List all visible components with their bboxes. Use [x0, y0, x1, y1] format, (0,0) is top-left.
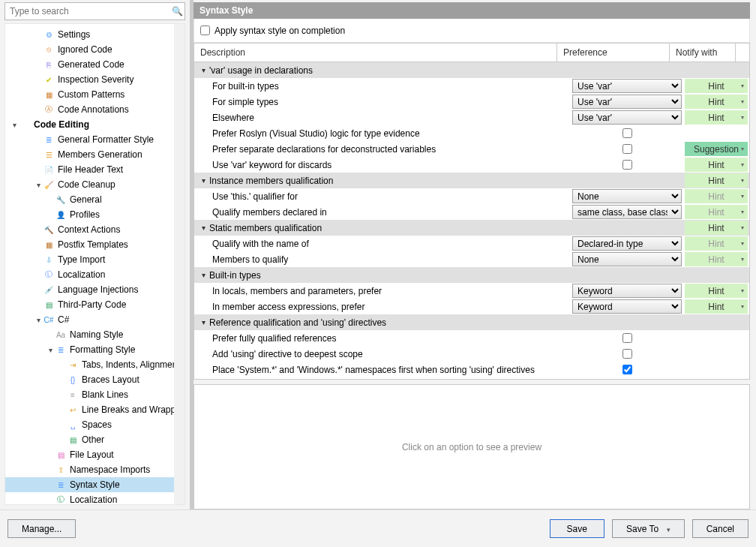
preference-checkbox[interactable]: [622, 333, 632, 343]
tree-item[interactable]: ⚙Settings: [5, 27, 184, 42]
tree-item[interactable]: 📄File Header Text: [5, 162, 184, 177]
tree-item[interactable]: ⇩Type Import: [5, 252, 184, 267]
option-row[interactable]: For built-in typesUse 'var'Hint: [194, 78, 749, 94]
save-to-button[interactable]: Save To: [612, 519, 685, 538]
notify-dropdown[interactable]: Suggestion: [685, 142, 748, 156]
notify-dropdown[interactable]: Hint: [685, 79, 748, 93]
tree-item[interactable]: ␣Spaces: [5, 417, 184, 432]
notify-dropdown[interactable]: Hint: [685, 158, 748, 172]
tree-item[interactable]: 🔨Context Actions: [5, 222, 184, 237]
tree-item[interactable]: ⓁLocalization: [5, 267, 184, 282]
collapse-icon[interactable]: ▾: [199, 176, 208, 185]
option-row[interactable]: Prefer separate declarations for deconst…: [194, 141, 749, 157]
tree-item[interactable]: ⎘Generated Code: [5, 57, 184, 72]
tree-item[interactable]: ▤File Layout: [5, 447, 184, 462]
expand-icon[interactable]: ▾: [46, 346, 55, 354]
notify-dropdown[interactable]: Hint: [685, 95, 748, 109]
option-row[interactable]: Qualify members declared insame class, b…: [194, 204, 749, 220]
tree-item[interactable]: ▦Postfix Templates: [5, 237, 184, 252]
tree-item[interactable]: ▾Code Editing: [5, 117, 184, 132]
section-row[interactable]: ▾Reference qualification and 'using' dir…: [194, 314, 749, 330]
tree-item[interactable]: ⓁLocalization: [5, 492, 184, 505]
collapse-icon[interactable]: ▾: [199, 271, 208, 279]
notify-dropdown[interactable]: Hint: [685, 173, 748, 188]
preference-checkbox[interactable]: [622, 349, 632, 359]
search-icon[interactable]: 🔍: [170, 6, 184, 17]
sidebar-search[interactable]: 🔍: [4, 2, 185, 20]
preference-dropdown[interactable]: same class, base class: [572, 205, 682, 219]
option-row[interactable]: Add 'using' directive to deepest scope: [194, 346, 749, 362]
section-row[interactable]: ▾Built-in types: [194, 267, 749, 283]
preference-checkbox[interactable]: [622, 128, 632, 138]
tree-item[interactable]: ☰Members Generation: [5, 147, 184, 162]
option-row[interactable]: Prefer Roslyn (Visual Studio) logic for …: [194, 125, 749, 141]
tree-item[interactable]: ↩Line Breaks and Wrapping: [5, 402, 184, 417]
preference-dropdown[interactable]: Keyword: [572, 299, 682, 314]
notify-dropdown[interactable]: Hint: [685, 236, 748, 251]
preference-checkbox[interactable]: [622, 365, 632, 374]
section-row[interactable]: ▾Static members qualificationHint: [194, 220, 749, 236]
notify-dropdown[interactable]: Hint: [685, 252, 748, 266]
cancel-button[interactable]: Cancel: [692, 519, 748, 538]
notify-dropdown[interactable]: Hint: [685, 221, 748, 235]
preference-dropdown[interactable]: Use 'var': [572, 95, 682, 109]
option-row[interactable]: For simple typesUse 'var'Hint: [194, 94, 749, 110]
option-row[interactable]: Qualify with the name ofDeclared-in type…: [194, 236, 749, 251]
preference-dropdown[interactable]: Declared-in type: [572, 236, 682, 251]
tree-item[interactable]: ▤Other: [5, 432, 184, 447]
tree-item[interactable]: ▤Third-Party Code: [5, 297, 184, 312]
section-row[interactable]: ▾Instance members qualificationHint: [194, 173, 749, 188]
tree-item[interactable]: AaNaming Style: [5, 327, 184, 342]
option-row[interactable]: In member access expressions, preferKeyw…: [194, 299, 749, 314]
option-row[interactable]: Place 'System.*' and 'Windows.*' namespa…: [194, 362, 749, 377]
option-row[interactable]: Prefer fully qualified using name at nes…: [194, 377, 749, 380]
tree-item[interactable]: ⦸Ignored Code: [5, 42, 184, 57]
tree-item[interactable]: {}Braces Layout: [5, 372, 184, 387]
preference-dropdown[interactable]: None: [572, 189, 682, 203]
tree-item[interactable]: ⇥Tabs, Indents, Alignment: [5, 357, 184, 372]
tree-item[interactable]: ≣Syntax Style: [5, 477, 184, 492]
notify-dropdown[interactable]: Hint: [685, 205, 748, 219]
search-input[interactable]: [5, 6, 170, 17]
preference-dropdown[interactable]: Use 'var': [572, 79, 682, 93]
tree-item[interactable]: ▾🧹Code Cleanup: [5, 177, 184, 192]
preference-checkbox[interactable]: [622, 160, 632, 170]
preference-dropdown[interactable]: Keyword: [572, 284, 682, 298]
tree-item[interactable]: 💉Language Injections: [5, 282, 184, 297]
expand-icon[interactable]: ▾: [10, 121, 19, 129]
option-row[interactable]: ElsewhereUse 'var'Hint: [194, 110, 749, 125]
option-row[interactable]: Use 'this.' qualifier forNoneHint: [194, 188, 749, 204]
expand-icon[interactable]: ▾: [34, 316, 43, 324]
notify-dropdown[interactable]: Hint: [685, 299, 748, 314]
tree-item[interactable]: ⇪Namespace Imports: [5, 462, 184, 477]
preference-checkbox[interactable]: [622, 144, 632, 154]
tree-item[interactable]: 👤Profiles: [5, 207, 184, 222]
scrollbar[interactable]: [174, 24, 184, 504]
tree-item[interactable]: ▾≣Formatting Style: [5, 342, 184, 357]
manage-button[interactable]: Manage...: [8, 519, 76, 538]
tree-item[interactable]: ▦Custom Patterns: [5, 87, 184, 102]
tree-item[interactable]: ≣General Formatter Style: [5, 132, 184, 147]
notify-dropdown[interactable]: Hint: [685, 110, 748, 125]
tree-item[interactable]: 🔧General: [5, 192, 184, 207]
options-table[interactable]: ▾'var' usage in declarationsFor built-in…: [194, 62, 750, 380]
save-button[interactable]: Save: [550, 519, 604, 538]
collapse-icon[interactable]: ▾: [199, 318, 208, 326]
preference-dropdown[interactable]: None: [572, 252, 682, 266]
expand-icon[interactable]: ▾: [34, 181, 43, 189]
collapse-icon[interactable]: ▾: [199, 224, 208, 232]
collapse-icon[interactable]: ▾: [199, 66, 208, 74]
apply-on-completion-checkbox[interactable]: [200, 26, 210, 35]
preference-dropdown[interactable]: Use 'var': [572, 110, 682, 125]
tree-item[interactable]: ✔Inspection Severity: [5, 72, 184, 87]
notify-dropdown[interactable]: Hint: [685, 284, 748, 298]
option-row[interactable]: Prefer fully qualified references: [194, 330, 749, 346]
tree-item[interactable]: ▾C#C#: [5, 312, 184, 327]
tree-item[interactable]: ⒶCode Annotations: [5, 102, 184, 117]
option-row[interactable]: Members to qualifyNoneHint: [194, 251, 749, 267]
tree-item[interactable]: ≡Blank Lines: [5, 387, 184, 402]
option-row[interactable]: Use 'var' keyword for discardsHint: [194, 157, 749, 173]
option-row[interactable]: In locals, members and parameters, prefe…: [194, 283, 749, 299]
section-row[interactable]: ▾'var' usage in declarations: [194, 62, 749, 78]
settings-tree[interactable]: ⚙Settings⦸Ignored Code⎘Generated Code✔In…: [5, 24, 184, 505]
